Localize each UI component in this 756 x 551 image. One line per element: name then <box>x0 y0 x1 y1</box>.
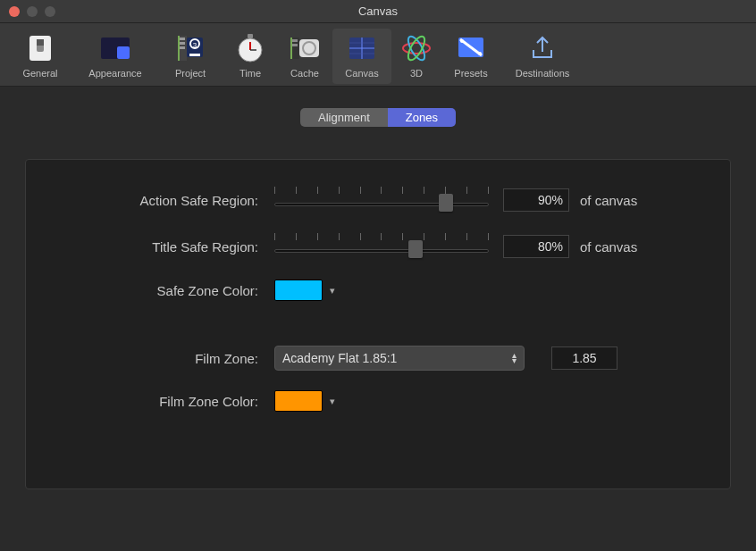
svg-rect-20 <box>292 39 298 42</box>
film-zone-row: Film Zone: Academy Flat 1.85:1 ▴▾ 1.85 <box>69 346 687 371</box>
minimize-icon[interactable] <box>27 6 38 17</box>
safe-color-row: Safe Zone Color: ▾ <box>69 280 687 301</box>
toolbar-time[interactable]: Time <box>223 29 277 84</box>
svg-rect-19 <box>290 38 292 59</box>
general-icon <box>24 32 56 64</box>
toolbar-destinations[interactable]: Destinations <box>500 29 584 84</box>
film-zone-ratio[interactable]: 1.85 <box>551 346 617 370</box>
canvas-icon <box>346 32 378 64</box>
title-safe-slider[interactable] <box>274 233 489 260</box>
3d-icon <box>400 32 433 64</box>
action-safe-row: Action Safe Region: 90% of canvas <box>69 187 687 213</box>
chevron-down-icon[interactable]: ▾ <box>330 396 335 407</box>
film-zone-select-value: Academy Flat 1.85:1 <box>282 351 397 365</box>
action-safe-slider[interactable] <box>274 187 489 213</box>
title-safe-row: Title Safe Region: 80% of canvas <box>69 233 687 260</box>
action-safe-suffix: of canvas <box>580 193 637 208</box>
action-safe-value[interactable]: 90% <box>503 188 569 212</box>
traffic-lights <box>9 6 55 17</box>
svg-rect-17 <box>248 34 253 38</box>
toolbar-cache[interactable]: Cache <box>277 29 332 84</box>
tab-zones[interactable]: Zones <box>388 108 456 127</box>
titlebar: Canvas <box>0 0 756 23</box>
film-color-row: Film Zone Color: ▾ <box>69 390 687 412</box>
svg-rect-13 <box>189 54 200 56</box>
time-icon <box>234 32 266 64</box>
presets-icon <box>455 32 487 64</box>
safe-color-swatch[interactable] <box>274 280 323 301</box>
chevron-down-icon[interactable]: ▾ <box>330 285 335 296</box>
safe-color-label: Safe Zone Color: <box>69 283 274 298</box>
window-title: Canvas <box>0 4 756 18</box>
film-color-swatch[interactable] <box>274 390 323 412</box>
toolbar-label: General <box>22 68 57 79</box>
toolbar-appearance[interactable]: Appearance <box>73 29 157 84</box>
svg-rect-6 <box>178 36 180 61</box>
updown-icon: ▴▾ <box>512 353 517 363</box>
toolbar-label: 3D <box>410 68 423 79</box>
slider-thumb[interactable] <box>439 194 453 212</box>
svg-rect-2 <box>37 39 44 46</box>
toolbar-label: Time <box>239 68 261 79</box>
slider-ticks <box>274 233 489 242</box>
title-safe-suffix: of canvas <box>580 239 637 255</box>
toolbar-label: Presets <box>454 68 487 79</box>
action-safe-label: Action Safe Region: <box>69 193 274 208</box>
svg-rect-8 <box>180 42 185 45</box>
toolbar-label: Project <box>175 68 206 79</box>
svg-rect-7 <box>180 38 185 40</box>
toolbar-3d[interactable]: 3D <box>391 29 441 84</box>
toolbar-general[interactable]: General <box>7 29 73 84</box>
title-safe-value[interactable]: 80% <box>503 235 569 258</box>
toolbar-label: Appearance <box>88 68 141 79</box>
svg-rect-9 <box>180 46 185 49</box>
svg-point-35 <box>478 52 482 55</box>
tab-alignment[interactable]: Alignment <box>300 108 388 127</box>
project-icon: 3 <box>174 32 206 64</box>
cache-icon <box>289 32 321 64</box>
maximize-icon[interactable] <box>45 6 55 17</box>
slider-ticks <box>274 187 489 196</box>
sub-tab-bar: Alignment Zones <box>18 108 738 127</box>
destinations-icon <box>526 32 559 64</box>
svg-point-34 <box>460 39 464 43</box>
toolbar-label: Canvas <box>345 68 378 79</box>
toolbar: General Appearance 3 Project Time Cache … <box>0 23 756 87</box>
slider-thumb[interactable] <box>408 240 423 258</box>
toolbar-project[interactable]: 3 Project <box>157 29 223 84</box>
toolbar-label: Cache <box>290 68 319 79</box>
toolbar-label: Destinations <box>516 68 570 79</box>
film-color-label: Film Zone Color: <box>69 394 274 409</box>
appearance-icon <box>99 32 131 64</box>
content: Alignment Zones Action Safe Region: 90% … <box>0 87 756 511</box>
svg-rect-4 <box>117 46 130 59</box>
svg-point-29 <box>403 43 430 54</box>
svg-text:3: 3 <box>193 41 197 49</box>
zones-panel: Action Safe Region: 90% of canvas Title … <box>25 159 731 489</box>
close-icon[interactable] <box>9 6 20 17</box>
toolbar-presets[interactable]: Presets <box>441 29 500 84</box>
svg-rect-21 <box>292 44 298 46</box>
film-zone-label: Film Zone: <box>69 351 274 366</box>
title-safe-label: Title Safe Region: <box>69 239 274 255</box>
toolbar-canvas[interactable]: Canvas <box>332 29 391 84</box>
film-zone-select[interactable]: Academy Flat 1.85:1 ▴▾ <box>274 346 525 371</box>
